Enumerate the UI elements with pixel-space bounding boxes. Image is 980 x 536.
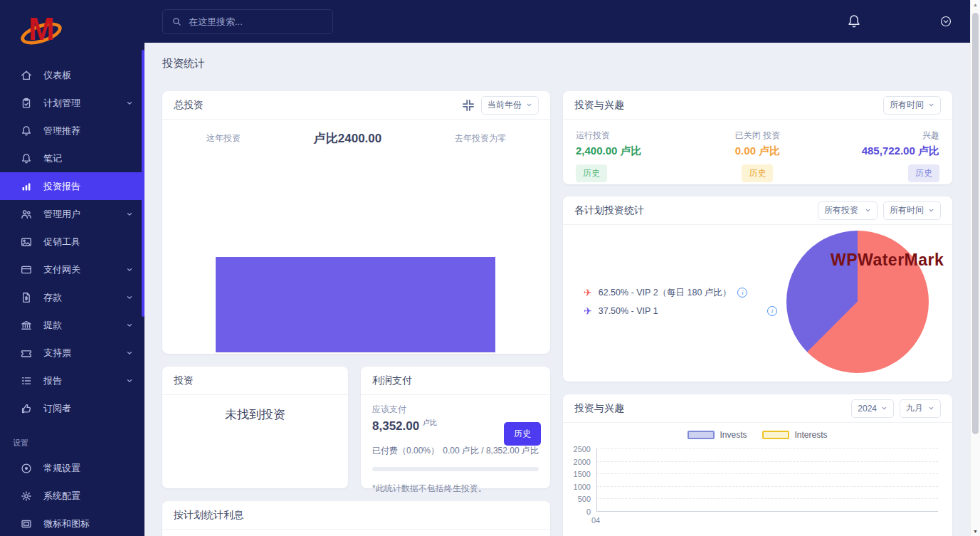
sidebar-item-manage-referral[interactable]: 管理推荐 bbox=[0, 117, 144, 144]
sidebar-item-general-settings[interactable]: 常规设置 bbox=[0, 454, 144, 482]
sidebar-item-label: 提款 bbox=[43, 319, 62, 332]
chevron-down-icon bbox=[126, 377, 133, 384]
chart-bar-icon bbox=[20, 180, 33, 193]
ticket-icon bbox=[20, 347, 33, 359]
sidebar-item-label: 仪表板 bbox=[43, 69, 71, 82]
info-icon[interactable]: i bbox=[767, 306, 777, 316]
sidebar-item-dashboard[interactable]: 仪表板 bbox=[0, 61, 144, 89]
card-profit-payment: 利润支付 应该支付 8,352.00 卢比 历史 已付费（0.00%） 0.00… bbox=[361, 367, 550, 488]
all-time-select[interactable]: 所有时间 bbox=[883, 201, 941, 220]
this-year-invest-label: 这年投资 bbox=[206, 132, 241, 144]
card-interest-by-plan: 按计划统计利息 bbox=[162, 501, 550, 536]
sidebar-item-promotion-tools[interactable]: 促销工具 bbox=[0, 228, 144, 256]
sidebar-item-label: 常规设置 bbox=[43, 462, 80, 475]
all-time-select[interactable]: 所有时间 bbox=[883, 96, 941, 115]
brand-logo: M bbox=[20, 9, 64, 50]
sidebar-item-plan-management[interactable]: 计划管理 bbox=[0, 89, 144, 117]
sidebar-item-logo-and-icons[interactable]: 微标和图标 bbox=[0, 510, 144, 536]
paid-progress-bar bbox=[372, 467, 539, 471]
scroll-down-arrow-icon[interactable]: ▼ bbox=[971, 529, 980, 534]
select-value: 2024 bbox=[858, 404, 877, 414]
main-content: 投资统计 总投资 当前年份 这年投资 卢比2400.00 去年投资为零 投资 bbox=[144, 43, 970, 536]
history-badge[interactable]: 历史 bbox=[576, 164, 607, 182]
thumbs-up-icon bbox=[20, 402, 33, 415]
card-title: 各计划投资统计 bbox=[574, 204, 644, 217]
all-invest-select[interactable]: 所有投资 bbox=[818, 201, 878, 220]
card-title: 投资与兴趣 bbox=[574, 99, 624, 112]
chevron-down-icon bbox=[126, 350, 133, 357]
sidebar-item-system-configuration[interactable]: 系统配置 bbox=[0, 482, 144, 510]
card-title: 投资 bbox=[174, 374, 194, 387]
sidebar-item-label: 报告 bbox=[43, 374, 62, 387]
logo-image-icon bbox=[20, 517, 33, 530]
sidebar-item-subscribers[interactable]: 订阅者 bbox=[0, 394, 144, 422]
search-input[interactable] bbox=[189, 16, 317, 27]
legend-item-vip1: ✈ 37.50% - VIP 1 i bbox=[584, 302, 777, 320]
sidebar-item-label: 笔记 bbox=[43, 152, 62, 165]
bell-icon bbox=[20, 125, 33, 137]
year-period-select[interactable]: 当前年份 bbox=[481, 96, 539, 115]
info-icon[interactable]: i bbox=[737, 288, 747, 298]
history-button[interactable]: 历史 bbox=[504, 422, 541, 446]
y-axis-tick: 1500 bbox=[574, 470, 591, 478]
sidebar-item-investment-report[interactable]: 投资报告 bbox=[0, 172, 144, 200]
sidebar-item-support-tickets[interactable]: 支持票 bbox=[0, 339, 144, 367]
chevron-down-icon bbox=[126, 294, 133, 301]
topbar bbox=[144, 0, 970, 43]
month-select[interactable]: 九月 bbox=[900, 399, 941, 418]
chevron-down-icon bbox=[126, 266, 133, 273]
interest-stat: 兴趣 485,722.00 卢比 历史 bbox=[818, 130, 939, 182]
clipboard-icon bbox=[20, 97, 33, 110]
plane-icon: ✈ bbox=[584, 287, 592, 298]
sidebar-item-payment-gateway[interactable]: 支付网关 bbox=[0, 256, 144, 283]
y-axis-tick: 2500 bbox=[574, 445, 591, 453]
legend-label: 37.50% - VIP 1 bbox=[599, 306, 658, 316]
due-amount: 8,352.00 bbox=[372, 419, 419, 433]
total-invest-value: 卢比2400.00 bbox=[314, 130, 381, 147]
select-value: 所有时间 bbox=[890, 204, 924, 216]
stat-label: 兴趣 bbox=[818, 130, 939, 142]
x-axis-tick: 04 bbox=[591, 516, 600, 525]
sidebar-item-manage-users[interactable]: 管理用户 bbox=[0, 200, 144, 228]
paid-label: 已付费（0.00%） bbox=[372, 445, 439, 457]
sidebar: M 仪表板 计划管理 管理推荐 笔记 投资报告 bbox=[0, 0, 144, 536]
paid-value: 0.00 卢比 / 8,352.00 卢比 bbox=[443, 445, 539, 457]
scroll-up-arrow-icon[interactable]: ▲ bbox=[971, 2, 980, 7]
sidebar-item-withdrawals[interactable]: 提款 bbox=[0, 311, 144, 339]
collapse-icon[interactable] bbox=[461, 98, 475, 112]
scrollbar-thumb[interactable] bbox=[972, 13, 979, 434]
chevron-down-icon bbox=[126, 211, 133, 218]
profile-chevron-icon[interactable] bbox=[939, 15, 952, 28]
y-axis-tick: 1000 bbox=[574, 483, 591, 491]
year-select[interactable]: 2024 bbox=[851, 399, 894, 418]
card-invest-interest: 投资与兴趣 所有时间 运行投资 2,400.00 卢比 历史 已关闭 投资 0.… bbox=[563, 91, 952, 184]
sidebar-item-label: 订阅者 bbox=[43, 402, 71, 415]
y-axis-tick: 2000 bbox=[574, 458, 591, 466]
sidebar-item-deposits[interactable]: 存款 bbox=[0, 283, 144, 311]
closed-invest-stat: 已关闭 投资 0.00 卢比 历史 bbox=[697, 130, 818, 182]
sidebar-item-label: 促销工具 bbox=[43, 236, 80, 248]
sidebar-item-label: 存款 bbox=[43, 291, 62, 304]
stat-value: 485,722.00 卢比 bbox=[818, 144, 939, 158]
credit-card-icon bbox=[20, 263, 33, 276]
select-value: 当前年份 bbox=[488, 99, 522, 111]
notification-bell-icon[interactable] bbox=[846, 13, 862, 30]
due-unit: 卢比 bbox=[423, 419, 437, 426]
search-icon bbox=[172, 16, 182, 27]
select-value: 所有时间 bbox=[890, 99, 924, 111]
page-scrollbar[interactable]: ▲ ▼ bbox=[970, 0, 980, 536]
history-badge[interactable]: 历史 bbox=[742, 164, 773, 182]
sidebar-item-reports[interactable]: 报告 bbox=[0, 367, 144, 394]
chevron-down-icon bbox=[126, 322, 133, 329]
invests-swatch-icon bbox=[687, 431, 715, 439]
invest-bar-chart bbox=[216, 257, 495, 352]
stat-label: 运行投资 bbox=[576, 130, 697, 142]
home-icon bbox=[20, 69, 33, 82]
legend-label: Interests bbox=[794, 430, 827, 440]
logo-area[interactable]: M bbox=[0, 0, 144, 61]
disc-icon bbox=[20, 462, 33, 475]
stat-value: 0.00 卢比 bbox=[697, 144, 818, 158]
x-axis-line bbox=[596, 511, 938, 512]
sidebar-item-notes[interactable]: 笔记 bbox=[0, 144, 144, 172]
history-badge[interactable]: 历史 bbox=[908, 164, 939, 182]
